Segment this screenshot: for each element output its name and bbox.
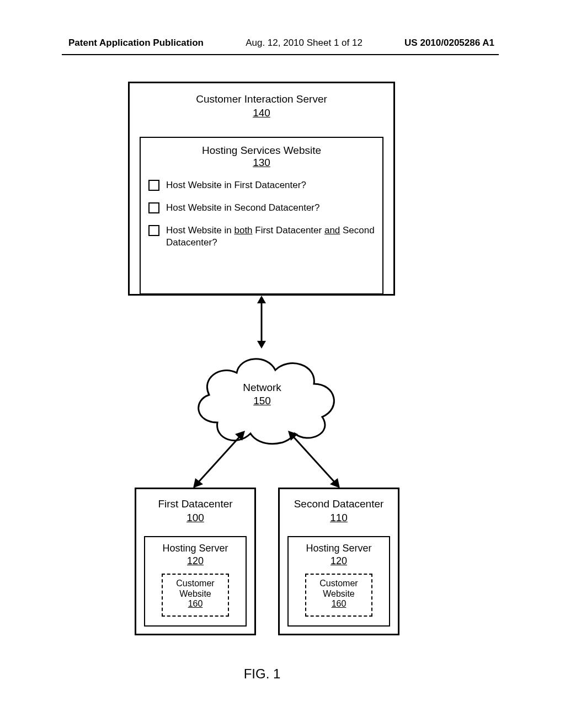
figure-label: FIG. 1	[121, 666, 403, 682]
first-dc-ref-100: 100	[186, 512, 204, 524]
customer-website-line2: Website	[163, 588, 228, 599]
hosting-services-website-box: Hosting Services Website 130 Host Websit…	[140, 137, 383, 295]
customer-website-box: Customer Website 160	[305, 574, 372, 617]
hosting-server-title: Hosting Server	[295, 543, 382, 554]
header-date-sheet: Aug. 12, 2010 Sheet 1 of 12	[246, 38, 363, 49]
svg-line-6	[292, 436, 335, 483]
header-publication-label: Patent Application Publication	[68, 38, 204, 49]
option-second-datacenter: Host Website in Second Datacenter?	[148, 202, 375, 214]
server-ref-140: 140	[253, 107, 270, 119]
customer-website-ref-160: 160	[332, 599, 347, 608]
website-ref-130: 130	[148, 157, 375, 169]
option-both-datacenters: Host Website in both First Datacenter an…	[148, 224, 375, 249]
hosting-server-ref-120: 120	[331, 555, 347, 567]
option-label: Host Website in Second Datacenter?	[166, 202, 319, 214]
server-title: Customer Interaction Server	[140, 93, 383, 105]
hosting-server-box: Hosting Server 120 Customer Website 160	[144, 536, 247, 627]
checkbox-icon[interactable]	[148, 202, 159, 213]
customer-interaction-server-box: Customer Interaction Server 140 Hosting …	[128, 82, 395, 296]
hosting-server-box: Hosting Server 120 Customer Website 160	[287, 536, 390, 627]
option-first-datacenter: Host Website in First Datacenter?	[148, 179, 375, 191]
page-header: Patent Application Publication Aug. 12, …	[0, 38, 565, 49]
hosting-server-ref-120: 120	[187, 555, 204, 567]
customer-website-ref-160: 160	[188, 599, 203, 608]
option-label: Host Website in First Datacenter?	[166, 179, 306, 191]
second-dc-title: Second Datacenter	[287, 498, 390, 510]
customer-website-box: Customer Website 160	[162, 574, 229, 617]
checkbox-icon[interactable]	[148, 225, 159, 236]
hosting-server-title: Hosting Server	[152, 543, 239, 554]
customer-website-line1: Customer	[306, 578, 371, 588]
svg-line-3	[198, 436, 241, 483]
second-dc-ref-110: 110	[330, 512, 348, 524]
customer-website-line2: Website	[306, 588, 371, 599]
arrow-network-first-dc	[188, 429, 248, 491]
header-rule	[62, 54, 499, 55]
svg-marker-1	[257, 296, 266, 303]
first-dc-title: First Datacenter	[144, 498, 247, 510]
first-datacenter-box: First Datacenter 100 Hosting Server 120 …	[135, 488, 256, 635]
second-datacenter-box: Second Datacenter 110 Hosting Server 120…	[278, 488, 399, 635]
arrow-network-second-dc	[285, 429, 345, 491]
option-label: Host Website in both First Datacenter an…	[166, 224, 375, 249]
figure-1-diagram: Customer Interaction Server 140 Hosting …	[121, 82, 403, 639]
checkbox-icon[interactable]	[148, 180, 159, 191]
website-title: Hosting Services Website	[148, 144, 375, 157]
header-publication-number: US 2010/0205286 A1	[404, 38, 494, 49]
network-ref-150: 150	[121, 395, 403, 407]
customer-website-line1: Customer	[163, 578, 228, 588]
network-label: Network	[121, 382, 403, 394]
